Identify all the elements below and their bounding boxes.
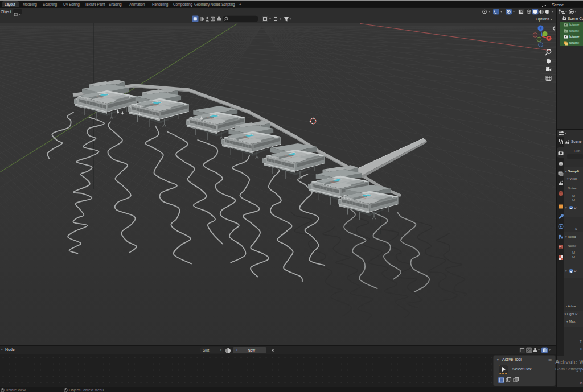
svg-text:X: X (548, 36, 550, 40)
